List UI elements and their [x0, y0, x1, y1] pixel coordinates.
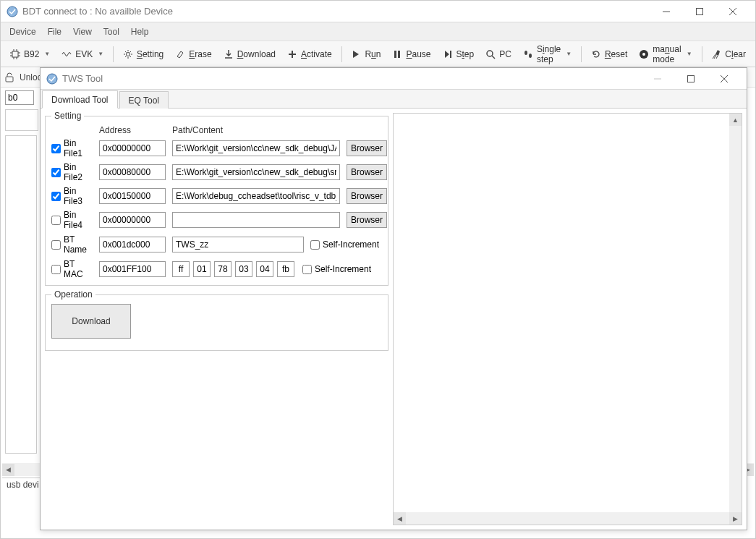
tb-label: Single step — [537, 44, 561, 64]
chevron-down-icon: ▼ — [566, 51, 572, 57]
binfile1-browser-button[interactable]: Browser — [347, 140, 387, 156]
reset-button[interactable]: Reset — [586, 46, 632, 62]
btmac-selfinc-checkbox[interactable] — [302, 265, 312, 274]
form-panel: Setting Address Path/Content Bin File1Br… — [45, 113, 388, 525]
btmac-checkbox[interactable] — [51, 265, 61, 274]
binfile3-address-input[interactable] — [99, 188, 166, 204]
binfile1-address-input[interactable] — [99, 140, 166, 156]
svg-rect-27 — [688, 75, 695, 82]
minimize-button[interactable] — [650, 1, 683, 22]
binfile4-browser-button[interactable]: Browser — [347, 212, 387, 228]
tws-titlebar: TWS Tool — [41, 68, 747, 90]
chip-selector[interactable]: B92▼ — [5, 46, 55, 62]
btmac-part3-input[interactable] — [214, 261, 232, 277]
menu-view[interactable]: View — [67, 25, 98, 39]
btmac-address-input[interactable] — [99, 261, 166, 277]
minimize-button[interactable] — [641, 68, 674, 90]
header-address: Address — [99, 125, 168, 135]
btname-value-input[interactable] — [172, 237, 304, 252]
binfile2-browser-button[interactable]: Browser — [347, 164, 387, 180]
scroll-right-arrow[interactable]: ▶ — [729, 512, 742, 525]
pause-icon — [392, 49, 402, 59]
chevron-down-icon: ▼ — [44, 51, 50, 57]
chip-label: B92 — [24, 49, 39, 59]
board-selector[interactable]: EVK▼ — [56, 46, 109, 62]
menu-help[interactable]: Help — [125, 25, 155, 39]
footsteps-icon — [523, 49, 533, 59]
download-button[interactable]: Download — [218, 46, 281, 62]
btmac-label: BT MAC — [64, 259, 95, 279]
binfile1-checkbox[interactable] — [51, 144, 61, 153]
binfile4-path-input[interactable] — [172, 212, 340, 228]
svg-point-20 — [524, 51, 527, 55]
tab-eq-tool[interactable]: EQ Tool — [119, 91, 169, 109]
step-button[interactable]: Step — [438, 46, 480, 62]
tws-tool-window: TWS Tool Download Tool EQ Tool Setting A… — [40, 67, 747, 530]
close-button[interactable] — [708, 68, 741, 90]
manual-mode-button[interactable]: manual mode▼ — [634, 41, 697, 67]
btmac-part4-input[interactable] — [235, 261, 252, 277]
scroll-up-arrow[interactable]: ▲ — [729, 114, 742, 126]
binfile2-path-input[interactable] — [172, 164, 340, 180]
menu-device[interactable]: Device — [4, 25, 42, 39]
maximize-button[interactable] — [674, 68, 708, 90]
svg-point-23 — [642, 53, 645, 56]
btmac-part5-input[interactable] — [256, 261, 273, 277]
binfile2-address-input[interactable] — [99, 164, 166, 180]
binfile4-address-input[interactable] — [99, 212, 166, 228]
setting-button[interactable]: Setting — [118, 46, 169, 62]
operation-group: Operation Download — [45, 294, 388, 351]
menu-tool[interactable]: Tool — [98, 25, 125, 39]
btname-checkbox[interactable] — [51, 240, 61, 250]
board-label: EVK — [75, 49, 93, 59]
tb-label: Reset — [605, 49, 627, 59]
lock-icon — [5, 72, 14, 82]
separator — [581, 46, 582, 62]
btmac-part6-input[interactable] — [277, 261, 294, 277]
vertical-scrollbar[interactable]: ▲ — [729, 114, 742, 512]
activate-button[interactable]: Activate — [282, 46, 337, 62]
separator — [702, 46, 702, 62]
scroll-left-arrow[interactable]: ◀ — [2, 464, 14, 476]
svg-line-19 — [492, 56, 495, 59]
binfile3-path-input[interactable] — [172, 188, 340, 204]
svg-rect-16 — [398, 51, 400, 58]
menu-file[interactable]: File — [42, 25, 67, 39]
tb-label: Erase — [189, 49, 211, 59]
single-step-button[interactable]: Single step▼ — [518, 41, 577, 67]
binfile2-checkbox[interactable] — [51, 168, 61, 177]
output-view: ▲ ◀ ▶ — [393, 113, 742, 525]
binfile1-label: Bin File1 — [64, 138, 95, 158]
svg-rect-5 — [12, 51, 18, 57]
b0-input[interactable] — [5, 90, 34, 105]
tabstrip: Download Tool EQ Tool — [41, 90, 747, 109]
step-icon — [443, 49, 453, 59]
binfile3-browser-button[interactable]: Browser — [347, 188, 387, 204]
maximize-button[interactable] — [683, 1, 716, 22]
close-button[interactable] — [716, 1, 749, 22]
selfinc-label: Self-Increment — [315, 264, 371, 274]
svg-rect-15 — [394, 51, 396, 58]
binfile3-checkbox[interactable] — [51, 192, 61, 201]
btmac-part1-input[interactable] — [172, 261, 190, 277]
clear-button[interactable]: Clear — [706, 46, 751, 62]
erase-button[interactable]: Erase — [170, 46, 216, 62]
run-button[interactable]: Run — [346, 46, 386, 62]
horizontal-scrollbar[interactable]: ◀ ▶ — [394, 512, 742, 525]
tab-download-tool[interactable]: Download Tool — [42, 90, 118, 109]
binfile1-path-input[interactable] — [172, 140, 340, 156]
scroll-left-arrow[interactable]: ◀ — [394, 512, 406, 525]
pause-button[interactable]: Pause — [387, 46, 436, 62]
binfile4-checkbox[interactable] — [51, 216, 61, 225]
btname-address-input[interactable] — [99, 237, 166, 252]
tws-title: TWS Tool — [62, 73, 641, 84]
svg-point-14 — [126, 52, 129, 56]
btmac-part2-input[interactable] — [193, 261, 211, 277]
separator — [341, 46, 342, 62]
left-output-panel — [5, 135, 37, 454]
pc-button[interactable]: PC — [480, 46, 517, 62]
btname-selfinc-checkbox[interactable] — [310, 240, 320, 250]
svg-point-18 — [487, 51, 493, 56]
svg-rect-2 — [697, 8, 703, 14]
download-big-button[interactable]: Download — [51, 304, 131, 339]
